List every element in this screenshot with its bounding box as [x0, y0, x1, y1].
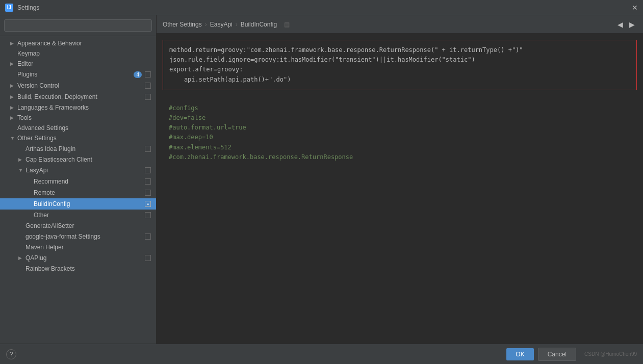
- sidebar-item-label: Advanced Settings: [17, 124, 152, 132]
- header-nav: ◀ ▶: [615, 19, 637, 30]
- sidebar-item-easyapi[interactable]: ▼ EasyApi: [0, 165, 156, 176]
- ext-icon: [145, 178, 151, 185]
- sidebar-item-label: Recommend: [34, 178, 142, 185]
- sidebar-item-label: Appearance & Behavior: [17, 40, 152, 47]
- arrow-icon: ▶: [18, 255, 25, 261]
- help-button[interactable]: ?: [6, 349, 16, 359]
- ext-icon: [145, 190, 151, 196]
- ext-icon: [145, 146, 151, 152]
- error-code-box: method.return=groovy:"com.zhenai.framewo…: [163, 40, 637, 90]
- title-bar-left: IJ Settings: [5, 4, 39, 12]
- sidebar-item-label: Plugins: [17, 71, 132, 78]
- main-content: ▶ Appearance & Behavior Keymap ▶ Editor …: [0, 15, 643, 344]
- app-logo: IJ: [5, 4, 13, 12]
- panel-content: method.return=groovy:"com.zhenai.framewo…: [157, 34, 643, 344]
- back-button[interactable]: ◀: [615, 19, 625, 30]
- sidebar-item-label: google-java-format Settings: [25, 233, 142, 240]
- sidebar-item-label: Remote: [34, 189, 142, 196]
- sidebar-item-label: Languages & Frameworks: [17, 104, 152, 111]
- sidebar-item-label: GenerateAllSetter: [25, 222, 152, 229]
- ext-icon-container: [144, 211, 152, 219]
- arrow-icon: ▼: [18, 168, 25, 173]
- ext-icon-container: [144, 93, 152, 101]
- cancel-button[interactable]: Cancel: [538, 348, 576, 361]
- sidebar-item-other[interactable]: Other: [0, 210, 156, 221]
- sidebar-item-build-execution[interactable]: ▶ Build, Execution, Deployment: [0, 91, 156, 102]
- close-button[interactable]: ✕: [632, 4, 638, 12]
- sidebar-item-maven-helper[interactable]: Maven Helper: [0, 242, 156, 252]
- sidebar-item-google-java-format[interactable]: google-java-format Settings: [0, 231, 156, 242]
- arrow-icon: ▶: [10, 83, 17, 88]
- sidebar-item-cap-elasticsearch[interactable]: ▶ Cap Elasticsearch Client: [0, 154, 156, 165]
- ext-icon: [145, 83, 151, 89]
- title-bar: IJ Settings ✕: [0, 0, 643, 15]
- search-box: [0, 15, 156, 36]
- error-code-text: method.return=groovy:"com.zhenai.framewo…: [169, 45, 630, 85]
- sidebar-item-label: Build, Execution, Deployment: [17, 93, 142, 100]
- sidebar-item-label: BuildInConfig: [34, 200, 142, 207]
- ext-icon-container: [144, 82, 152, 90]
- sidebar-item-appearance[interactable]: ▶ Appearance & Behavior: [0, 38, 156, 48]
- sidebar-item-label: Cap Elasticsearch Client: [25, 156, 152, 163]
- settings-window: IJ Settings ✕ ▶ Appearance & Behavior Ke…: [0, 0, 643, 364]
- sidebar-item-label: Rainbow Brackets: [25, 265, 152, 272]
- sidebar-item-arthas[interactable]: Arthas Idea Plugin: [0, 143, 156, 154]
- window-title: Settings: [17, 4, 39, 11]
- sidebar-item-editor[interactable]: ▶ Editor: [0, 59, 156, 69]
- sidebar-item-recommend[interactable]: Recommend: [0, 176, 156, 187]
- ext-icon: ≡: [145, 201, 151, 207]
- forward-button[interactable]: ▶: [627, 19, 637, 30]
- normal-code-text: #configs #dev=false #auto.format.url=tru…: [169, 103, 631, 162]
- sidebar-item-keymap[interactable]: Keymap: [0, 48, 156, 59]
- sidebar-item-other-settings[interactable]: ▼ Other Settings: [0, 133, 156, 143]
- sidebar-item-label: Editor: [17, 60, 152, 67]
- watermark-text: CSDN @HumoChen99: [584, 351, 637, 357]
- ext-icon: [145, 255, 151, 261]
- ext-icon-container: [144, 145, 152, 153]
- sidebar-item-buildinconfig[interactable]: BuildInConfig ≡: [0, 198, 156, 210]
- sidebar-item-label: Other Settings: [17, 135, 152, 142]
- sidebar-item-advanced-settings[interactable]: Advanced Settings: [0, 123, 156, 133]
- sidebar-item-label: Arthas Idea Plugin: [25, 145, 142, 152]
- normal-code-box: #configs #dev=false #auto.format.url=tru…: [163, 98, 637, 167]
- breadcrumb-sep-2: ›: [236, 21, 238, 28]
- breadcrumb-sep-1: ›: [205, 21, 207, 28]
- arrow-icon: ▶: [10, 115, 17, 120]
- ext-icon-container: [144, 189, 152, 197]
- sidebar-item-qaplug[interactable]: ▶ QAPlug: [0, 252, 156, 264]
- sidebar-item-plugins[interactable]: Plugins 4: [0, 69, 156, 80]
- ext-icon: [145, 233, 151, 240]
- ext-icon: [145, 167, 151, 173]
- bottom-bar: ? OK Cancel CSDN @HumoChen99: [0, 344, 643, 364]
- arrow-icon: ▶: [10, 41, 17, 46]
- bottom-right: OK Cancel CSDN @HumoChen99: [506, 348, 637, 361]
- arrow-icon: ▶: [18, 157, 25, 162]
- breadcrumb-easyapi: EasyApi: [210, 21, 233, 28]
- sidebar-item-label: Maven Helper: [25, 244, 152, 251]
- sidebar-item-label: Keymap: [17, 50, 152, 57]
- sidebar-item-remote[interactable]: Remote: [0, 187, 156, 198]
- sidebar-item-generateallsetter[interactable]: GenerateAllSetter: [0, 221, 156, 231]
- sidebar-item-version-control[interactable]: ▶ Version Control: [0, 80, 156, 91]
- sidebar-item-tools[interactable]: ▶ Tools: [0, 113, 156, 123]
- sidebar-tree: ▶ Appearance & Behavior Keymap ▶ Editor …: [0, 36, 156, 344]
- ext-icon-container: [144, 177, 152, 186]
- ext-icon-container: [144, 254, 152, 262]
- breadcrumb-buildinconfig: BuildInConfig: [241, 21, 277, 28]
- sidebar-item-label: Other: [34, 212, 142, 219]
- sidebar-item-languages[interactable]: ▶ Languages & Frameworks: [0, 102, 156, 113]
- arrow-icon: ▶: [10, 61, 17, 66]
- ext-icon: [145, 71, 151, 77]
- ext-icon-container: [144, 232, 152, 241]
- sidebar-item-label: Version Control: [17, 82, 142, 89]
- ok-button[interactable]: OK: [506, 348, 533, 360]
- ext-icon-container: [144, 70, 152, 79]
- arrow-icon: ▶: [10, 105, 17, 110]
- plugins-badge: 4: [134, 71, 142, 78]
- search-input[interactable]: [4, 19, 152, 32]
- ext-icon-container: [144, 166, 152, 174]
- file-icon[interactable]: ▤: [284, 21, 290, 28]
- sidebar-item-label: QAPlug: [25, 254, 142, 262]
- sidebar-item-rainbow-brackets[interactable]: Rainbow Brackets: [0, 264, 156, 274]
- arrow-icon: ▶: [10, 94, 17, 99]
